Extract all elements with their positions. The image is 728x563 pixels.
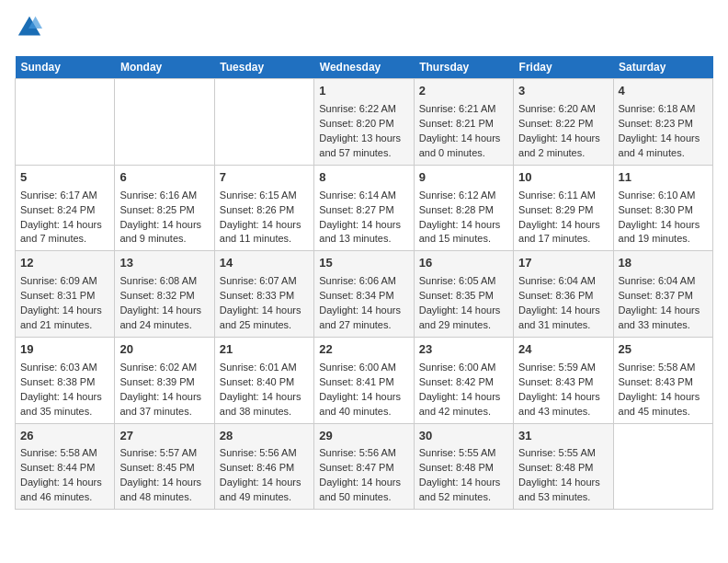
day-info: Sunset: 8:46 PM — [220, 461, 309, 476]
day-number: 9 — [419, 169, 508, 187]
col-header-wednesday: Wednesday — [314, 56, 414, 79]
day-info: Daylight: 14 hours — [419, 304, 508, 318]
day-info: Daylight: 14 hours — [319, 476, 408, 490]
day-info: Sunset: 8:32 PM — [119, 289, 209, 304]
calendar-week-row: 12Sunrise: 6:09 AMSunset: 8:31 PMDayligh… — [16, 251, 713, 338]
day-number: 6 — [119, 169, 209, 187]
day-info: Sunrise: 5:59 AM — [518, 361, 608, 375]
day-info: and 35 minutes. — [20, 405, 109, 419]
calendar-cell: 14Sunrise: 6:07 AMSunset: 8:33 PMDayligh… — [214, 251, 313, 338]
day-info: Sunrise: 6:00 AM — [419, 361, 508, 375]
day-info: and 9 minutes. — [119, 232, 209, 247]
day-info: Daylight: 14 hours — [119, 304, 209, 318]
day-info: Sunrise: 6:16 AM — [119, 189, 209, 203]
day-number: 28 — [220, 428, 309, 445]
calendar-cell: 22Sunrise: 6:00 AMSunset: 8:41 PMDayligh… — [314, 337, 414, 423]
day-info: Sunrise: 5:55 AM — [518, 446, 608, 461]
day-info: Daylight: 14 hours — [518, 476, 608, 490]
calendar-cell: 1Sunrise: 6:22 AMSunset: 8:20 PMDaylight… — [314, 79, 414, 166]
day-info: and 50 minutes. — [319, 490, 408, 505]
day-info: Sunrise: 5:56 AM — [319, 446, 408, 461]
calendar-cell: 24Sunrise: 5:59 AMSunset: 8:43 PMDayligh… — [514, 337, 613, 423]
calendar-cell: 7Sunrise: 6:15 AMSunset: 8:26 PMDaylight… — [214, 165, 313, 251]
col-header-sunday: Sunday — [16, 56, 115, 79]
day-info: and 2 minutes. — [518, 146, 608, 161]
day-info: Sunset: 8:37 PM — [619, 289, 708, 304]
day-info: Sunset: 8:25 PM — [119, 203, 209, 218]
day-info: and 21 minutes. — [20, 318, 109, 333]
calendar-cell: 9Sunrise: 6:12 AMSunset: 8:28 PMDaylight… — [414, 165, 513, 251]
day-info: and 25 minutes. — [220, 318, 309, 333]
day-info: Sunset: 8:24 PM — [20, 203, 109, 218]
day-number: 29 — [319, 428, 408, 445]
calendar-cell: 8Sunrise: 6:14 AMSunset: 8:27 PMDaylight… — [314, 165, 414, 251]
calendar-cell: 13Sunrise: 6:08 AMSunset: 8:32 PMDayligh… — [115, 251, 214, 338]
day-info: Sunrise: 6:15 AM — [220, 189, 309, 203]
day-info: Sunrise: 6:09 AM — [20, 274, 109, 289]
day-info: and 40 minutes. — [319, 405, 408, 419]
day-info: Sunrise: 6:03 AM — [20, 361, 109, 375]
day-info: Sunset: 8:45 PM — [119, 461, 209, 476]
day-info: and 38 minutes. — [220, 405, 309, 419]
day-info: Sunrise: 6:11 AM — [518, 189, 608, 203]
day-info: and 15 minutes. — [419, 232, 508, 247]
day-number: 27 — [119, 428, 209, 445]
day-number: 26 — [20, 428, 109, 445]
day-info: and 49 minutes. — [220, 490, 309, 505]
day-info: Sunset: 8:26 PM — [220, 203, 309, 218]
logo-icon — [17, 15, 42, 40]
calendar-cell: 21Sunrise: 6:01 AMSunset: 8:40 PMDayligh… — [214, 337, 313, 423]
day-info: and 53 minutes. — [518, 490, 608, 505]
day-info: and 27 minutes. — [319, 318, 408, 333]
day-info: Sunset: 8:31 PM — [20, 289, 109, 304]
calendar-cell: 10Sunrise: 6:11 AMSunset: 8:29 PMDayligh… — [514, 165, 613, 251]
calendar-week-row: 1Sunrise: 6:22 AMSunset: 8:20 PMDaylight… — [16, 79, 713, 166]
day-info: and 29 minutes. — [419, 318, 508, 333]
day-info: Sunrise: 6:06 AM — [319, 274, 408, 289]
day-info: Daylight: 14 hours — [20, 476, 109, 490]
col-header-saturday: Saturday — [613, 56, 712, 79]
day-info: Sunrise: 6:12 AM — [419, 189, 508, 203]
day-info: and 19 minutes. — [619, 232, 708, 247]
day-info: Sunset: 8:42 PM — [419, 375, 508, 390]
calendar-cell: 15Sunrise: 6:06 AMSunset: 8:34 PMDayligh… — [314, 251, 414, 338]
day-info: Daylight: 14 hours — [319, 218, 408, 233]
day-number: 30 — [419, 428, 508, 445]
day-info: Sunrise: 6:08 AM — [119, 274, 209, 289]
day-info: Sunset: 8:40 PM — [220, 375, 309, 390]
day-info: Sunrise: 6:04 AM — [518, 274, 608, 289]
calendar-header-row: SundayMondayTuesdayWednesdayThursdayFrid… — [16, 56, 713, 79]
day-info: Sunset: 8:38 PM — [20, 375, 109, 390]
day-info: Daylight: 14 hours — [319, 304, 408, 318]
day-info: Daylight: 14 hours — [518, 304, 608, 318]
day-number: 18 — [619, 255, 708, 272]
day-info: Sunrise: 6:20 AM — [518, 102, 608, 117]
day-info: Daylight: 14 hours — [119, 218, 209, 233]
calendar-week-row: 5Sunrise: 6:17 AMSunset: 8:24 PMDaylight… — [16, 165, 713, 251]
day-info: Daylight: 14 hours — [518, 390, 608, 405]
logo — [15, 15, 42, 45]
day-info: and 7 minutes. — [20, 232, 109, 247]
day-info: and 43 minutes. — [518, 405, 608, 419]
calendar-week-row: 19Sunrise: 6:03 AMSunset: 8:38 PMDayligh… — [16, 337, 713, 423]
day-number: 15 — [319, 255, 408, 272]
calendar-cell: 27Sunrise: 5:57 AMSunset: 8:45 PMDayligh… — [115, 423, 214, 510]
day-info: Sunrise: 6:05 AM — [419, 274, 508, 289]
calendar-cell: 6Sunrise: 6:16 AMSunset: 8:25 PMDaylight… — [115, 165, 214, 251]
day-info: Daylight: 14 hours — [319, 390, 408, 405]
day-number: 22 — [319, 341, 408, 359]
day-info: Daylight: 14 hours — [419, 218, 508, 233]
day-info: Sunset: 8:33 PM — [220, 289, 309, 304]
calendar-cell — [214, 79, 313, 166]
day-info: Daylight: 14 hours — [20, 218, 109, 233]
day-number: 1 — [319, 83, 408, 100]
day-info: Sunset: 8:34 PM — [319, 289, 408, 304]
day-number: 21 — [220, 341, 309, 359]
day-number: 14 — [220, 255, 309, 272]
day-number: 17 — [518, 255, 608, 272]
day-info: Sunset: 8:47 PM — [319, 461, 408, 476]
day-info: Daylight: 14 hours — [220, 476, 309, 490]
calendar-cell: 23Sunrise: 6:00 AMSunset: 8:42 PMDayligh… — [414, 337, 513, 423]
day-info: Sunset: 8:29 PM — [518, 203, 608, 218]
day-number: 3 — [518, 83, 608, 100]
